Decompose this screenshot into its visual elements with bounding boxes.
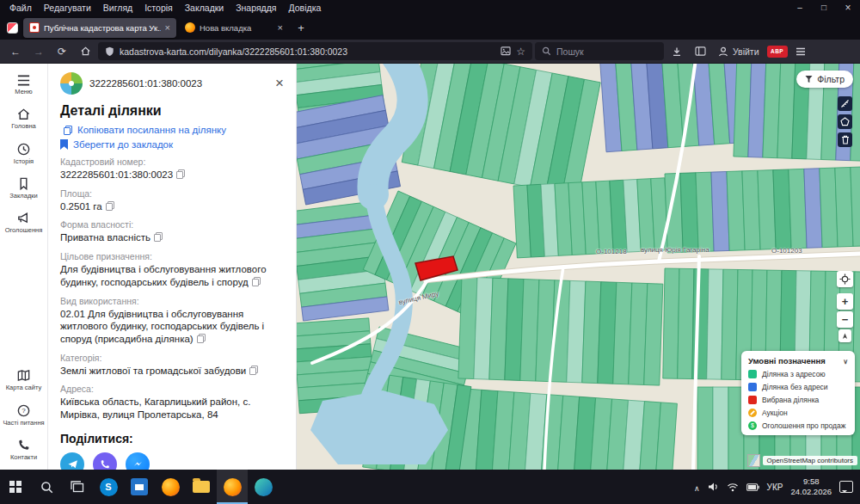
page-action-icon[interactable] — [501, 46, 511, 56]
field-label: Категорія: — [60, 353, 284, 363]
bookmark-star-icon[interactable] — [516, 46, 525, 58]
menu-help[interactable]: Довідка — [283, 1, 328, 15]
action-center-icon[interactable] — [839, 481, 853, 493]
messenger-share-button[interactable] — [126, 452, 150, 470]
close-tab-icon[interactable] — [278, 22, 283, 33]
language-indicator[interactable]: УКР — [767, 482, 783, 492]
firefox-icon — [162, 478, 180, 496]
copy-link-button[interactable]: Копіювати посилання на ділянку — [60, 125, 284, 135]
field-value: Приватна власність — [60, 232, 150, 243]
task-view-button[interactable] — [62, 470, 93, 504]
sidebar-item-faq[interactable]: ? Часті питання — [3, 403, 44, 427]
sidebar-item-home[interactable]: Головна — [11, 107, 36, 130]
copy-value-icon[interactable] — [197, 334, 206, 343]
map-thumbnail[interactable] — [747, 454, 760, 467]
sidebars-button[interactable] — [690, 42, 710, 61]
zoom-out-button[interactable]: − — [837, 311, 853, 328]
compass-button[interactable] — [838, 329, 851, 342]
tab-cadastral-map[interactable]: Публічна кадастрова карта Ук... — [23, 18, 176, 38]
new-tab-favicon — [185, 22, 195, 33]
url-text: kadastrova-karta.com/dilyanka/3222285601… — [120, 46, 495, 57]
app-menu-button[interactable] — [790, 42, 811, 61]
home-button[interactable] — [75, 42, 95, 61]
sidebar-item-announcements[interactable]: Оголошення — [5, 211, 43, 234]
save-bookmark-button[interactable]: Зберегти до закладок — [60, 139, 284, 150]
shield-icon[interactable] — [105, 46, 114, 57]
taskbar-app-firefox-active[interactable] — [217, 470, 248, 504]
copy-value-icon[interactable] — [249, 366, 258, 375]
system-tray: УКР 9:58 24.02.2026 — [694, 476, 860, 497]
field-value: Землі житлової та громадської забудови — [60, 366, 246, 376]
back-button[interactable] — [5, 42, 26, 61]
copy-value-icon[interactable] — [154, 232, 163, 242]
copy-value-icon[interactable] — [252, 277, 261, 286]
polygon-icon — [840, 117, 850, 126]
firefox-view-button[interactable] — [3, 19, 21, 36]
sidebar-item-contacts[interactable]: Контакти — [10, 438, 37, 461]
field-address: Адреса: Київська область, Кагарлицький р… — [60, 384, 284, 421]
sidebar-item-sitemap[interactable]: Карта сайту — [6, 368, 42, 391]
taskbar-clock[interactable]: 9:58 24.02.2026 — [790, 476, 832, 497]
firefox-view-icon — [7, 22, 18, 34]
battery-icon[interactable] — [746, 483, 759, 491]
sidebar-item-history[interactable]: Історія — [14, 142, 34, 165]
minimize-icon[interactable] — [788, 0, 812, 16]
menu-history[interactable]: Історія — [138, 1, 179, 15]
search-input[interactable] — [556, 46, 647, 57]
sale-announcement-icon — [748, 421, 757, 430]
taskbar-app-explorer[interactable] — [186, 470, 217, 504]
search-bar[interactable] — [535, 42, 664, 60]
taskbar-app-skype[interactable]: S — [93, 470, 124, 504]
taskbar-app-edge[interactable] — [248, 470, 279, 504]
delete-button[interactable] — [838, 132, 852, 147]
parcel-id-header: 3222285601:01:380:0023 — [89, 78, 268, 89]
legend-label: Ділянка з адресою — [762, 370, 826, 378]
measure-button[interactable] — [838, 96, 852, 111]
sidebar-item-bookmarks[interactable]: Закладки — [9, 176, 37, 200]
address-bar[interactable]: kadastrova-karta.com/dilyanka/3222285601… — [98, 42, 532, 60]
sidebar-label: Карта сайту — [6, 384, 42, 391]
close-panel-icon[interactable] — [275, 75, 284, 92]
legend-item: Аукціон — [748, 409, 848, 417]
site-logo — [60, 72, 83, 95]
telegram-share-button[interactable] — [60, 452, 84, 470]
save-bookmark-label: Зберегти до закладок — [73, 139, 173, 150]
network-icon[interactable] — [727, 482, 739, 492]
new-tab-button[interactable] — [292, 18, 310, 37]
taskbar-app-browser[interactable] — [155, 470, 186, 504]
viber-share-button[interactable] — [93, 452, 117, 470]
bookmark-icon — [60, 139, 68, 150]
tab-new-tab[interactable]: Нова вкладка — [179, 18, 289, 38]
account-button[interactable]: Увійти — [713, 42, 765, 61]
downloads-button[interactable] — [666, 42, 687, 61]
menu-bookmarks[interactable]: Закладки — [179, 1, 230, 15]
menu-view[interactable]: Вигляд — [97, 1, 138, 15]
sidebar-label: Закладки — [9, 193, 37, 200]
taskbar-search-button[interactable] — [31, 470, 62, 504]
legend-item: Вибрана ділянка — [748, 396, 848, 404]
close-window-icon[interactable] — [836, 0, 860, 16]
zoom-in-button[interactable]: + — [837, 293, 853, 310]
volume-icon[interactable] — [708, 482, 719, 492]
menu-tools[interactable]: Знаряддя — [230, 1, 282, 15]
adblock-icon[interactable]: ABP — [767, 46, 788, 58]
close-tab-icon[interactable] — [165, 22, 170, 33]
messenger-icon — [132, 458, 144, 470]
field-value: 0.2501 га — [60, 201, 102, 212]
start-button[interactable] — [0, 470, 31, 504]
tray-expand-icon[interactable] — [694, 479, 700, 495]
filter-button[interactable]: Фільтр — [796, 71, 853, 88]
legend-header[interactable]: Умовні позначення — [748, 356, 848, 366]
cadastral-map[interactable]: вулиця Миру О-101218 вулиця Юрія Гагарін… — [297, 64, 860, 470]
copy-value-icon[interactable] — [176, 169, 185, 179]
menu-edit[interactable]: Редагувати — [38, 1, 97, 15]
draw-polygon-button[interactable] — [838, 114, 852, 129]
menu-file[interactable]: Файл — [3, 1, 38, 15]
maximize-icon[interactable] — [812, 0, 836, 16]
reload-button[interactable] — [52, 42, 72, 61]
forward-button[interactable] — [28, 42, 49, 61]
taskbar-app-store[interactable] — [124, 470, 155, 504]
locate-button[interactable] — [837, 271, 853, 287]
copy-value-icon[interactable] — [106, 201, 114, 211]
sidebar-item-menu[interactable]: Меню — [15, 74, 32, 95]
